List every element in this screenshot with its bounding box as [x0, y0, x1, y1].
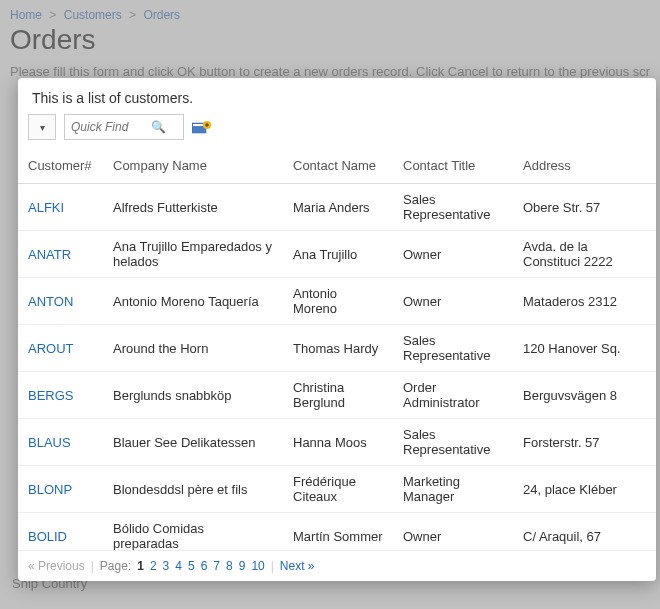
col-header-id[interactable]: Customer# — [18, 150, 103, 184]
cell-company: Blauer See Delikatessen — [103, 419, 283, 466]
table-row[interactable]: BLAUSBlauer See DelikatessenHanna MoosSa… — [18, 419, 656, 466]
cell-address: C/ Araquil, 67 — [513, 513, 656, 551]
quickfind-box: 🔍 — [64, 114, 184, 140]
cell-title: Owner — [393, 231, 513, 278]
cell-address: Berguvsvägen 8 — [513, 372, 656, 419]
search-icon[interactable]: 🔍 — [151, 120, 166, 134]
table-row[interactable]: BERGSBerglunds snabbköpChristina Berglun… — [18, 372, 656, 419]
modal-title: This is a list of customers. — [18, 78, 656, 114]
pager-page-7[interactable]: 7 — [213, 559, 220, 573]
pager-next[interactable]: Next » — [280, 559, 315, 573]
cell-title: Sales Representative — [393, 184, 513, 231]
pager-page-4[interactable]: 4 — [175, 559, 182, 573]
pager-page-2[interactable]: 2 — [150, 559, 157, 573]
cell-contact: Hanna Moos — [283, 419, 393, 466]
quickfind-input[interactable] — [71, 120, 151, 134]
customer-table: Customer# Company Name Contact Name Cont… — [18, 150, 656, 550]
table-row[interactable]: ANATRAna Trujillo Emparedados y heladosA… — [18, 231, 656, 278]
cell-customer-id[interactable]: AROUT — [18, 325, 103, 372]
pager-page-6[interactable]: 6 — [201, 559, 208, 573]
table-row[interactable]: ALFKIAlfreds FutterkisteMaria AndersSale… — [18, 184, 656, 231]
cell-contact: Thomas Hardy — [283, 325, 393, 372]
pager-sep: | — [91, 559, 94, 573]
pager-page-5[interactable]: 5 — [188, 559, 195, 573]
table-row[interactable]: AROUTAround the HornThomas HardySales Re… — [18, 325, 656, 372]
new-record-icon[interactable] — [192, 121, 208, 133]
customer-lookup-modal: This is a list of customers. ▾ 🔍 — [18, 78, 656, 581]
view-dropdown[interactable]: ▾ — [28, 114, 56, 140]
cell-contact: Ana Trujillo — [283, 231, 393, 278]
modal-toolbar: ▾ 🔍 — [18, 114, 656, 150]
pager-page-label: Page: — [100, 559, 131, 573]
col-header-company[interactable]: Company Name — [103, 150, 283, 184]
cell-company: Blondesddsl père et fils — [103, 466, 283, 513]
cell-customer-id[interactable]: BOLID — [18, 513, 103, 551]
cell-company: Berglunds snabbköp — [103, 372, 283, 419]
cell-address: 24, place Kléber — [513, 466, 656, 513]
cell-title: Sales Representative — [393, 325, 513, 372]
cell-contact: Martín Sommer — [283, 513, 393, 551]
pager-page-9[interactable]: 9 — [239, 559, 246, 573]
customer-table-wrap: Customer# Company Name Contact Name Cont… — [18, 150, 656, 550]
cell-address: Mataderos 2312 — [513, 278, 656, 325]
cell-company: Bólido Comidas preparadas — [103, 513, 283, 551]
pager-sep: | — [271, 559, 274, 573]
table-row[interactable]: ANTONAntonio Moreno TaqueríaAntonio More… — [18, 278, 656, 325]
table-row[interactable]: BLONPBlondesddsl père et filsFrédérique … — [18, 466, 656, 513]
cell-company: Ana Trujillo Emparedados y helados — [103, 231, 283, 278]
col-header-title[interactable]: Contact Title — [393, 150, 513, 184]
col-header-address[interactable]: Address — [513, 150, 656, 184]
pager-prev[interactable]: « Previous — [28, 559, 85, 573]
cell-company: Alfreds Futterkiste — [103, 184, 283, 231]
cell-company: Antonio Moreno Taquería — [103, 278, 283, 325]
cell-contact: Antonio Moreno — [283, 278, 393, 325]
cell-title: Sales Representative — [393, 419, 513, 466]
pager-page-1: 1 — [137, 559, 144, 573]
cell-title: Marketing Manager — [393, 466, 513, 513]
chevron-down-icon: ▾ — [40, 122, 45, 133]
cell-title: Owner — [393, 513, 513, 551]
pager-page-3[interactable]: 3 — [163, 559, 170, 573]
cell-contact: Christina Berglund — [283, 372, 393, 419]
cell-address: 120 Hanover Sq. — [513, 325, 656, 372]
cell-customer-id[interactable]: ALFKI — [18, 184, 103, 231]
cell-customer-id[interactable]: BLAUS — [18, 419, 103, 466]
cell-address: Avda. de la Constituci 2222 — [513, 231, 656, 278]
cell-title: Order Administrator — [393, 372, 513, 419]
pager: « Previous | Page: 12345678910 | Next » — [18, 550, 656, 581]
table-row[interactable]: BOLIDBólido Comidas preparadasMartín Som… — [18, 513, 656, 551]
cell-customer-id[interactable]: BERGS — [18, 372, 103, 419]
cell-customer-id[interactable]: BLONP — [18, 466, 103, 513]
cell-address: Forsterstr. 57 — [513, 419, 656, 466]
pager-page-8[interactable]: 8 — [226, 559, 233, 573]
col-header-contact[interactable]: Contact Name — [283, 150, 393, 184]
pager-pages: 12345678910 — [137, 559, 265, 573]
table-header-row: Customer# Company Name Contact Name Cont… — [18, 150, 656, 184]
cell-contact: Frédérique Citeaux — [283, 466, 393, 513]
cell-contact: Maria Anders — [283, 184, 393, 231]
cell-customer-id[interactable]: ANTON — [18, 278, 103, 325]
cell-company: Around the Horn — [103, 325, 283, 372]
cell-customer-id[interactable]: ANATR — [18, 231, 103, 278]
cell-address: Obere Str. 57 — [513, 184, 656, 231]
cell-title: Owner — [393, 278, 513, 325]
pager-page-10[interactable]: 10 — [251, 559, 264, 573]
